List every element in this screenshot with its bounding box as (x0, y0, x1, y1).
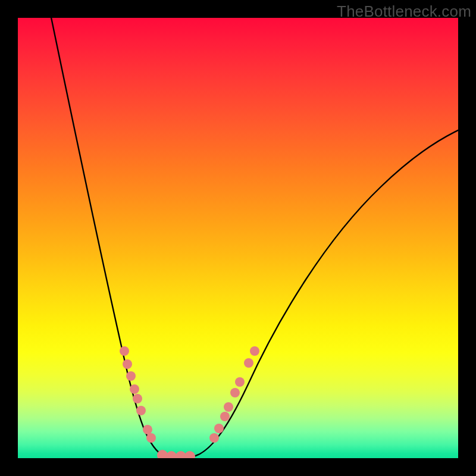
chart-svg (18, 18, 458, 458)
marker-dot (146, 433, 156, 443)
marker-dot (250, 346, 259, 356)
outer-frame: TheBottleneck.com (0, 0, 476, 476)
marker-dot (120, 346, 129, 356)
marker-dot (214, 424, 224, 433)
plot-area (18, 18, 458, 458)
marker-dot (123, 359, 132, 369)
bottleneck-curve (49, 18, 458, 457)
marker-dot (133, 394, 142, 403)
watermark-text: TheBottleneck.com (337, 2, 471, 21)
marker-dot (126, 371, 136, 381)
marker-dot (220, 412, 230, 421)
marker-dot (209, 433, 219, 443)
marker-dot (166, 451, 177, 458)
marker-dot (230, 388, 240, 397)
marker-dot (143, 425, 152, 434)
curve-layer (49, 18, 458, 457)
marker-dot (184, 451, 195, 458)
marker-dot (244, 358, 253, 368)
marker-dot (224, 402, 233, 412)
marker-dot (136, 406, 146, 415)
marker-dot (235, 377, 245, 387)
marker-dot (130, 384, 139, 394)
markers-layer (120, 346, 259, 458)
